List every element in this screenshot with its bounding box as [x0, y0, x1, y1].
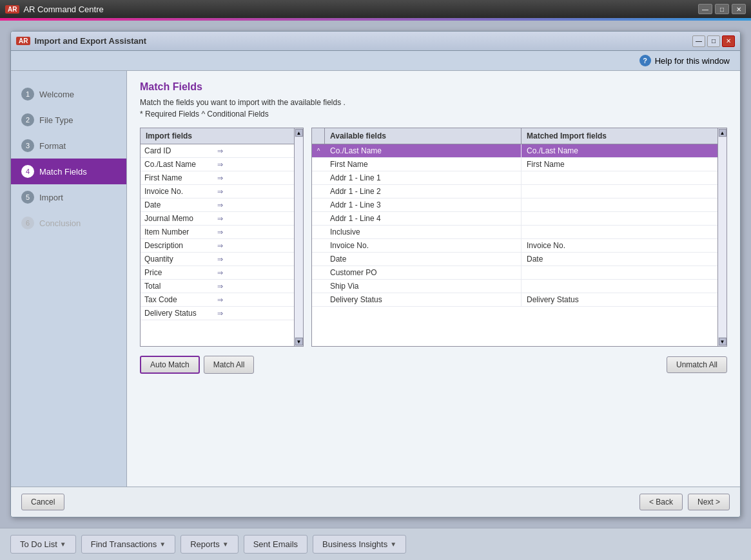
available-row[interactable]: ^ Co./Last Name Co./Last Name — [312, 144, 717, 158]
import-row[interactable]: Total⇒ — [141, 280, 294, 293]
sidebar-item-filetype[interactable]: 2 File Type — [11, 107, 126, 133]
app-minimize-btn[interactable]: — — [698, 4, 712, 14]
available-matched-field — [522, 203, 717, 207]
dialog-maximize-btn[interactable]: □ — [707, 35, 720, 47]
match-all-button[interactable]: Match All — [204, 356, 255, 374]
import-row-arrow[interactable]: ⇒ — [217, 269, 290, 277]
unmatch-all-button[interactable]: Unmatch All — [667, 356, 727, 373]
available-matched-field — [522, 271, 717, 275]
sidebar-num-3: 3 — [21, 139, 34, 152]
import-panel-header: Import fields — [141, 128, 294, 144]
sidebar-item-matchfields[interactable]: 4 Match Fields — [11, 159, 126, 184]
import-row-arrow[interactable]: ⇒ — [217, 309, 290, 318]
available-row-prefix — [312, 176, 325, 180]
taskbar-todo[interactable]: To Do List ▼ — [10, 535, 76, 554]
available-body[interactable]: ^ Co./Last Name Co./Last Name First Name… — [312, 144, 717, 346]
taskbar-sentemails[interactable]: Sent Emails — [244, 535, 307, 554]
import-row[interactable]: Quantity⇒ — [141, 253, 294, 266]
scroll-down-arrow[interactable]: ▼ — [295, 338, 303, 345]
taskbar-find-label: Find Transactions — [91, 539, 157, 549]
import-row[interactable]: Invoice No.⇒ — [141, 185, 294, 198]
available-matched-field — [522, 189, 717, 193]
available-row[interactable]: Addr 1 - Line 4 — [312, 212, 717, 226]
available-row[interactable]: Addr 1 - Line 3 — [312, 198, 717, 212]
taskbar-find-arrow: ▼ — [159, 541, 166, 548]
import-row-arrow[interactable]: ⇒ — [217, 255, 290, 264]
available-row[interactable]: Ship Via — [312, 280, 717, 293]
import-row[interactable]: Item Number⇒ — [141, 226, 294, 239]
taskbar-emails-label: Sent Emails — [253, 539, 298, 549]
available-field-name: Date — [325, 253, 522, 266]
import-row-arrow[interactable]: ⇒ — [217, 228, 290, 237]
sidebar-item-import[interactable]: 5 Import — [11, 184, 126, 210]
app-maximize-btn[interactable]: □ — [715, 4, 729, 14]
import-row[interactable]: Date⇒ — [141, 198, 294, 212]
available-scrollbar[interactable]: ▲ ▼ — [718, 128, 727, 347]
import-row-arrow[interactable]: ⇒ — [217, 296, 290, 304]
import-row-arrow[interactable]: ⇒ — [217, 215, 290, 223]
import-row[interactable]: Tax Code⇒ — [141, 293, 294, 307]
help-icon[interactable]: ? — [639, 55, 651, 66]
sidebar-label-filetype: File Type — [39, 115, 73, 125]
available-scroll-up[interactable]: ▲ — [719, 129, 727, 137]
dialog-minimize-btn[interactable]: — — [692, 35, 705, 47]
next-button[interactable]: Next > — [688, 494, 730, 510]
import-row-arrow[interactable]: ⇒ — [217, 242, 290, 250]
dialog-title-controls: — □ ✕ — [692, 35, 735, 47]
taskbar-findtransactions[interactable]: Find Transactions ▼ — [81, 535, 176, 554]
import-row[interactable]: Price⇒ — [141, 266, 294, 280]
taskbar-reports[interactable]: Reports ▼ — [180, 535, 238, 554]
taskbar-todo-arrow: ▼ — [60, 541, 66, 548]
app-title-left: AR AR Command Centre — [5, 5, 104, 14]
auto-match-button[interactable]: Auto Match — [140, 356, 200, 374]
import-row-arrow[interactable]: ⇒ — [217, 147, 290, 155]
scroll-up-arrow[interactable]: ▲ — [295, 129, 303, 137]
field-panels: Import fields Card ID⇒Co./Last Name⇒Firs… — [140, 128, 727, 347]
import-row-arrow[interactable]: ⇒ — [217, 201, 290, 209]
sidebar-num-5: 5 — [21, 191, 34, 204]
import-row[interactable]: First Name⇒ — [141, 171, 294, 185]
available-row[interactable]: Inclusive — [312, 226, 717, 239]
available-field-name: Addr 1 - Line 4 — [325, 212, 522, 225]
dialog-body: 1 Welcome 2 File Type 3 Format 4 Match F… — [11, 71, 740, 487]
available-row-prefix — [312, 217, 325, 220]
app-close-btn[interactable]: ✕ — [732, 4, 746, 14]
section-title: Match Fields — [140, 81, 727, 93]
available-row[interactable]: Customer PO — [312, 266, 717, 280]
dialog-title-left: AR Import and Export Assistant — [16, 36, 146, 46]
available-matched-field: Invoice No. — [522, 239, 717, 252]
dialog-badge: AR — [16, 37, 30, 45]
sidebar-num-4: 4 — [21, 165, 34, 178]
sidebar-item-welcome[interactable]: 1 Welcome — [11, 81, 126, 107]
import-row[interactable]: Description⇒ — [141, 239, 294, 253]
help-text[interactable]: Help for this window — [655, 56, 730, 66]
import-row-arrow[interactable]: ⇒ — [217, 282, 290, 291]
cancel-button[interactable]: Cancel — [21, 494, 64, 510]
scroll-thumb — [295, 137, 303, 337]
import-panel-body[interactable]: Card ID⇒Co./Last Name⇒First Name⇒Invoice… — [141, 144, 294, 346]
sidebar-item-format[interactable]: 3 Format — [11, 133, 126, 159]
taskbar-businessinsights[interactable]: Business Insights ▼ — [313, 535, 406, 554]
import-row[interactable]: Co./Last Name⇒ — [141, 158, 294, 171]
import-row-arrow[interactable]: ⇒ — [217, 174, 290, 182]
available-row[interactable]: Addr 1 - Line 2 — [312, 185, 717, 198]
available-field-name: Addr 1 - Line 1 — [325, 171, 522, 184]
taskbar-insights-label: Business Insights — [322, 539, 387, 549]
available-row[interactable]: Addr 1 - Line 1 — [312, 171, 717, 185]
import-row-arrow[interactable]: ⇒ — [217, 160, 290, 169]
import-panel: Import fields Card ID⇒Co./Last Name⇒Firs… — [140, 128, 295, 347]
available-row[interactable]: Date Date — [312, 253, 717, 266]
available-col2-header: Matched Import fields — [522, 128, 717, 144]
available-scroll-down[interactable]: ▼ — [719, 338, 727, 345]
available-field-name: Delivery Status — [325, 293, 522, 306]
available-row[interactable]: Invoice No. Invoice No. — [312, 239, 717, 253]
available-row[interactable]: Delivery Status Delivery Status — [312, 293, 717, 307]
import-row[interactable]: Journal Memo⇒ — [141, 212, 294, 226]
dialog-close-btn[interactable]: ✕ — [722, 35, 735, 47]
import-scrollbar[interactable]: ▲ ▼ — [295, 128, 304, 347]
import-row[interactable]: Delivery Status⇒ — [141, 307, 294, 320]
import-row[interactable]: Card ID⇒ — [141, 144, 294, 158]
import-row-arrow[interactable]: ⇒ — [217, 188, 290, 196]
available-row[interactable]: First Name First Name — [312, 158, 717, 171]
back-button[interactable]: < Back — [639, 494, 683, 510]
